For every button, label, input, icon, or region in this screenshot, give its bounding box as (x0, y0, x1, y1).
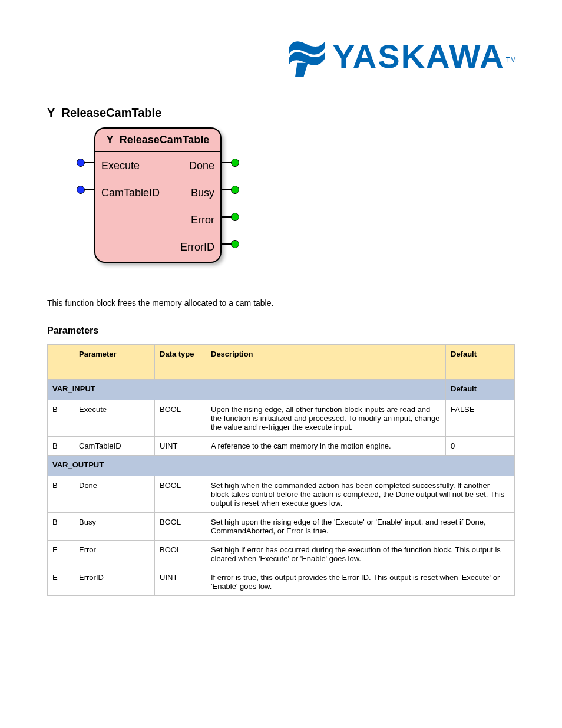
cell-io: E (48, 568, 74, 595)
cell-desc: Set high upon the rising edge of the 'Ex… (206, 512, 515, 540)
parameters-table: Parameter Data type Description Default … (47, 344, 515, 596)
col-datatype-header: Data type (155, 344, 206, 379)
cell-type: BOOL (155, 540, 206, 568)
cell-desc: Set high when the commanded action has b… (206, 476, 515, 512)
pin-input-icon (77, 186, 85, 194)
table-header-row: Parameter Data type Description Default (48, 344, 515, 379)
col-parameter-header: Parameter (74, 344, 155, 379)
fb-output-errorid: ErrorID (180, 241, 214, 253)
cell-default: 0 (446, 436, 515, 455)
section-var-input: VAR_INPUT Default (48, 379, 515, 400)
section-label: VAR_OUTPUT (48, 455, 515, 476)
fb-input-camtableid: CamTableID (101, 187, 160, 199)
pin-connector (84, 162, 94, 163)
col-io-header (48, 344, 74, 379)
fb-output-error: Error (191, 214, 214, 226)
table-row: B Execute BOOL Upon the rising edge, all… (48, 400, 515, 436)
col-description-header: Description (206, 344, 446, 379)
table-row: B Done BOOL Set high when the commanded … (48, 476, 515, 512)
cell-desc: A reference to the cam memory in the mot… (206, 436, 446, 455)
cell-io: B (48, 512, 74, 540)
table-row: B Busy BOOL Set high upon the rising edg… (48, 512, 515, 540)
function-block-diagram: Y_ReleaseCamTable Execute Done CamTableI… (71, 127, 247, 281)
cell-type: UINT (155, 568, 206, 595)
cell-io: B (48, 400, 74, 436)
section-default-col: Default (446, 379, 515, 400)
cell-desc: Set high if error has occurred during th… (206, 540, 515, 568)
pin-output-icon (231, 240, 239, 248)
col-default-header: Default (446, 344, 515, 379)
pin-output-icon (231, 159, 239, 167)
yaskawa-logo-icon (285, 35, 327, 78)
section-heading-parameters: Parameters (47, 325, 515, 336)
cell-param: CamTableID (74, 436, 155, 455)
cell-type: BOOL (155, 512, 206, 540)
cell-desc: If error is true, this output provides t… (206, 568, 515, 595)
cell-param: Error (74, 540, 155, 568)
cell-type: UINT (155, 436, 206, 455)
section-var-output: VAR_OUTPUT (48, 455, 515, 476)
table-row: E Error BOOL Set high if error has occur… (48, 540, 515, 568)
cell-default: FALSE (446, 400, 515, 436)
cell-io: B (48, 476, 74, 512)
cell-desc: Upon the rising edge, all other function… (206, 400, 446, 436)
pin-input-icon (77, 159, 85, 167)
table-row: E ErrorID UINT If error is true, this ou… (48, 568, 515, 595)
table-row: B CamTableID UINT A reference to the cam… (48, 436, 515, 455)
intro-text: This function block frees the memory all… (47, 298, 515, 308)
function-block-title: Y_ReleaseCamTable (95, 129, 220, 152)
brand-logo: YASKAWA TM (285, 35, 515, 78)
page: YASKAWA TM Y_ReleaseCamTable Y_ReleaseCa… (0, 0, 562, 728)
pin-output-icon (231, 186, 239, 194)
cell-param: Execute (74, 400, 155, 436)
cell-param: ErrorID (74, 568, 155, 595)
section-label: VAR_INPUT (48, 379, 446, 400)
fb-output-busy: Busy (191, 187, 214, 199)
pin-connector (84, 189, 94, 190)
page-title: Y_ReleaseCamTable (47, 106, 515, 120)
cell-io: B (48, 436, 74, 455)
cell-type: BOOL (155, 400, 206, 436)
cell-type: BOOL (155, 476, 206, 512)
cell-io: E (48, 540, 74, 568)
fb-output-done: Done (189, 160, 214, 172)
cell-param: Done (74, 476, 155, 512)
trademark: TM (506, 56, 516, 64)
pin-output-icon (231, 213, 239, 221)
fb-input-execute: Execute (101, 160, 140, 172)
function-block: Y_ReleaseCamTable Execute Done CamTableI… (94, 127, 222, 263)
brand-text: YASKAWA (333, 40, 505, 73)
cell-param: Busy (74, 512, 155, 540)
